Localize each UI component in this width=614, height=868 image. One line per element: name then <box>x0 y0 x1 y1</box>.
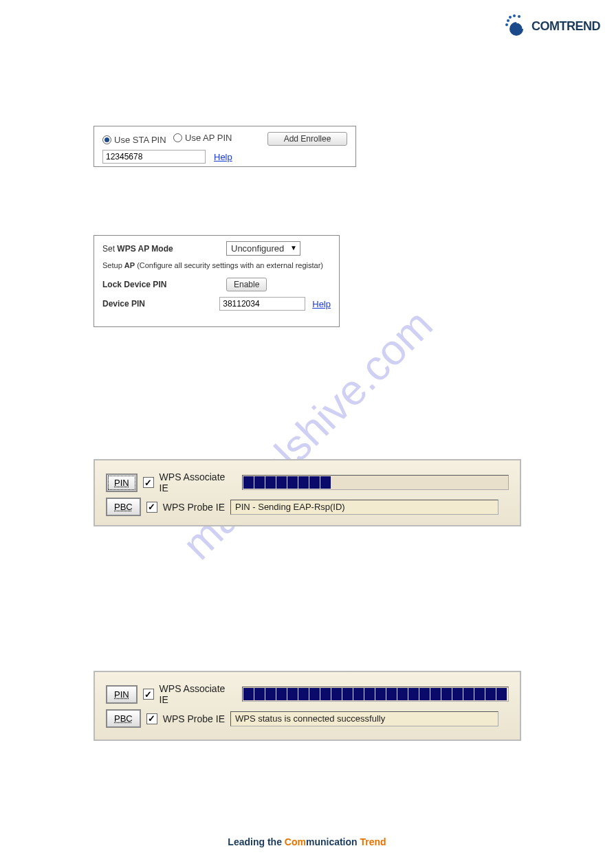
set-label-prefix: Set <box>102 244 117 254</box>
radio-use-ap-pin[interactable]: Use AP PIN <box>173 133 232 143</box>
progress-segment <box>430 688 441 700</box>
progress-segment <box>276 688 287 700</box>
wps-associate-checkbox[interactable]: ✓ <box>143 477 154 488</box>
lock-device-pin-label: Lock Device PIN <box>102 280 166 289</box>
progress-segment <box>397 688 408 700</box>
progress-segment <box>331 688 342 700</box>
footer-tagline: Leading the Communication Trend <box>0 836 614 847</box>
progress-segment <box>452 688 463 700</box>
progress-segment <box>265 476 276 489</box>
progress-segment <box>243 476 254 489</box>
select-value: Unconfigured <box>231 243 284 254</box>
progress-segment <box>386 688 397 700</box>
progress-bar <box>242 475 509 490</box>
progress-segment <box>254 476 265 489</box>
progress-segment <box>441 688 452 700</box>
radio-use-sta-pin[interactable]: Use STA PIN <box>102 135 166 145</box>
wps-associate-label: WPS Associate IE <box>160 471 237 493</box>
pbc-button[interactable]: PBC <box>106 498 141 516</box>
progress-segment <box>243 688 254 700</box>
progress-segment <box>309 476 320 489</box>
svg-point-2 <box>509 16 512 19</box>
wps-probe-label: WPS Probe IE <box>163 502 225 513</box>
logo-text: COMTREND <box>531 19 600 34</box>
pbc-button[interactable]: PBC <box>106 709 141 728</box>
progress-segment <box>287 688 298 700</box>
watermark: manualshive.com <box>173 300 441 568</box>
svg-point-1 <box>507 19 509 22</box>
progress-segment <box>254 688 265 700</box>
wps-ap-mode-select[interactable]: Unconfigured <box>226 241 300 256</box>
progress-segment <box>309 688 320 700</box>
wps-associate-label: WPS Associate IE <box>160 683 237 705</box>
svg-point-3 <box>513 14 516 17</box>
progress-segment <box>353 688 364 700</box>
progress-segment <box>408 688 419 700</box>
set-label-bold: WPS AP Mode <box>117 244 173 254</box>
wps-probe-label: WPS Probe IE <box>163 713 225 724</box>
status-text: WPS status is connected successfully <box>230 711 498 726</box>
add-enrollee-button[interactable]: Add Enrollee <box>267 132 347 146</box>
progress-segment <box>298 476 309 489</box>
progress-segment <box>287 476 298 489</box>
progress-segment <box>298 688 309 700</box>
pin-button[interactable]: PIN <box>106 685 138 704</box>
progress-segment <box>364 688 375 700</box>
wps-associate-checkbox[interactable]: ✓ <box>143 689 154 700</box>
svg-point-4 <box>505 23 508 26</box>
panel-wps-connected: PIN ✓ WPS Associate IE PBC ✓ WPS Probe I… <box>94 671 521 741</box>
svg-point-5 <box>518 15 520 18</box>
pin-button[interactable]: PIN <box>106 474 138 492</box>
help-link[interactable]: Help <box>312 299 331 309</box>
progress-segment <box>320 688 331 700</box>
progress-segment <box>485 688 496 700</box>
sta-pin-input[interactable] <box>102 150 206 164</box>
radio-dot-icon <box>173 133 182 142</box>
device-pin-input[interactable] <box>219 297 305 311</box>
help-link[interactable]: Help <box>214 152 232 162</box>
setup-ap-desc: Setup AP (Configure all security setting… <box>102 261 331 269</box>
radio-ap-label: Use AP PIN <box>185 133 232 143</box>
status-text: PIN - Sending EAP-Rsp(ID) <box>230 500 498 515</box>
progress-segment <box>375 688 386 700</box>
progress-segment <box>342 688 353 700</box>
panel-wps-progress: PIN ✓ WPS Associate IE PBC ✓ WPS Probe I… <box>94 459 521 526</box>
device-pin-label: Device PIN <box>102 299 145 309</box>
progress-segment <box>419 688 430 700</box>
wps-probe-checkbox[interactable]: ✓ <box>146 713 157 724</box>
enable-button[interactable]: Enable <box>226 278 267 291</box>
logo-icon <box>503 14 527 38</box>
progress-bar <box>242 687 509 702</box>
radio-dot-icon <box>102 135 111 144</box>
progress-segment <box>320 476 331 489</box>
progress-segment <box>463 688 474 700</box>
progress-segment <box>276 476 287 489</box>
radio-sta-label: Use STA PIN <box>114 135 166 145</box>
progress-segment <box>474 688 485 700</box>
progress-segment <box>265 688 276 700</box>
logo: COMTREND <box>503 14 600 38</box>
wps-probe-checkbox[interactable]: ✓ <box>146 502 157 513</box>
progress-segment <box>496 688 507 700</box>
panel-wps-ap-mode: Set WPS AP Mode Unconfigured Setup AP (C… <box>94 235 340 327</box>
panel-add-enrollee: Use STA PIN Use AP PIN Add Enrollee Help <box>94 126 356 167</box>
